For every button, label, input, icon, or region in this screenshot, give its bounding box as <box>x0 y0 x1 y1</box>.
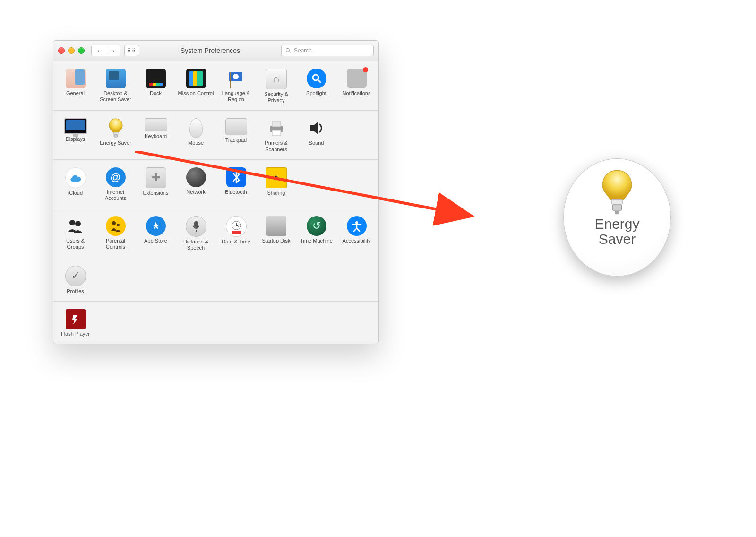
speaker-icon <box>307 118 326 138</box>
time-machine-icon <box>307 216 326 236</box>
pref-label: Sharing <box>267 190 285 196</box>
search-field[interactable]: Search <box>281 45 374 56</box>
pref-item-notifications[interactable]: Notifications <box>336 69 377 104</box>
notifications-icon <box>347 69 367 88</box>
pref-section-2: iCloud@Internet Accounts✚ExtensionsNetwo… <box>53 160 378 208</box>
svg-rect-7 <box>113 132 118 135</box>
back-button[interactable]: ‹ <box>92 45 106 56</box>
checkmark-icon: ✓ <box>65 266 86 286</box>
pref-item-parental-controls[interactable]: Parental Controls <box>95 216 136 251</box>
pref-label: App Store <box>144 238 167 244</box>
pref-item-users-groups[interactable]: Users & Groups <box>55 216 95 251</box>
pref-item-app-store[interactable]: App Store <box>136 216 176 251</box>
pref-label: Desktop & Screen Saver <box>97 90 134 103</box>
show-all-button[interactable]: ⠿⠿ <box>124 45 139 56</box>
pref-section-1: DisplaysEnergy SaverKeyboardMouseTrackpa… <box>53 111 378 159</box>
pref-item-flash-player[interactable]: Flash Player <box>55 309 95 337</box>
cloud-icon <box>65 167 86 188</box>
forward-button[interactable]: › <box>106 45 120 56</box>
pref-label: Energy Saver <box>100 140 131 146</box>
pref-item-language-region[interactable]: Language & Region <box>216 69 256 104</box>
pref-item-internet-accounts[interactable]: @Internet Accounts <box>95 167 136 201</box>
people-icon <box>66 216 86 236</box>
pref-label: Startup Disk <box>262 238 291 244</box>
pref-item-general[interactable]: General <box>55 69 95 104</box>
pref-section-3: Users & GroupsParental ControlsApp Store… <box>53 208 378 302</box>
pref-label: Network <box>186 189 205 195</box>
mouse-icon <box>189 118 203 138</box>
pref-label: Internet Accounts <box>97 189 134 201</box>
globe-icon <box>186 167 206 187</box>
svg-rect-25 <box>615 211 619 214</box>
zoom-window-button[interactable] <box>78 47 85 54</box>
flash-player-icon <box>66 309 86 329</box>
system-preferences-window: ‹ › ⠿⠿ System Preferences Search General… <box>53 40 379 344</box>
pref-label: Language & Region <box>218 90 255 103</box>
pref-row: GeneralDesktop & Screen SaverDockMission… <box>53 61 378 110</box>
pref-item-desktop-screen-saver[interactable]: Desktop & Screen Saver <box>95 69 136 104</box>
pref-item-icloud[interactable]: iCloud <box>55 167 95 201</box>
svg-point-13 <box>75 221 81 226</box>
house-lock-icon: ⌂ <box>266 69 287 89</box>
svg-point-14 <box>112 221 116 225</box>
pref-item-accessibility[interactable]: Accessibility <box>336 216 377 251</box>
svg-line-6 <box>318 79 320 82</box>
dock-icon <box>146 69 166 88</box>
pref-item-network[interactable]: Network <box>176 167 216 201</box>
pref-item-displays[interactable]: Displays <box>55 118 95 152</box>
pref-item-spotlight[interactable]: Spotlight <box>296 69 336 104</box>
pref-item-sharing[interactable]: ◆Sharing <box>256 167 296 201</box>
svg-point-0 <box>286 49 290 52</box>
display-icon <box>64 118 87 134</box>
pref-item-date-time[interactable]: Date & Time <box>216 216 256 251</box>
pref-label: Dictation & Speech <box>178 239 215 251</box>
pref-label: Flash Player <box>61 331 90 337</box>
pref-label: Notifications <box>343 90 371 96</box>
pref-label: Dock <box>150 90 162 96</box>
pref-label: Profiles <box>67 288 84 294</box>
pref-row: ✓Profiles <box>53 258 378 301</box>
svg-rect-23 <box>611 199 623 204</box>
pref-item-energy-saver[interactable]: Energy Saver <box>95 118 136 152</box>
callout-label-line2: Saver <box>599 232 636 247</box>
mission-control-icon <box>186 69 206 88</box>
bluetooth-icon <box>226 167 246 187</box>
pref-item-dictation-speech[interactable]: Dictation & Speech <box>176 216 216 251</box>
pref-row: iCloud@Internet Accounts✚ExtensionsNetwo… <box>53 160 378 208</box>
sharing-sign-icon: ◆ <box>266 167 287 188</box>
trackpad-icon <box>225 118 247 135</box>
lightbulb-icon <box>106 118 126 138</box>
pref-label: Keyboard <box>145 133 167 139</box>
pref-item-keyboard[interactable]: Keyboard <box>136 118 176 152</box>
pref-item-extensions[interactable]: ✚Extensions <box>136 167 176 201</box>
svg-point-12 <box>69 220 75 225</box>
pref-item-time-machine[interactable]: Time Machine <box>296 216 336 251</box>
pref-label: Mouse <box>188 140 204 146</box>
svg-rect-8 <box>114 135 118 137</box>
pref-item-mission-control[interactable]: Mission Control <box>176 69 216 104</box>
pref-label: Time Machine <box>300 238 333 244</box>
pref-label: Sound <box>309 140 324 146</box>
close-window-button[interactable] <box>58 47 65 54</box>
desktop-screensaver-icon <box>106 69 126 88</box>
minimize-window-button[interactable] <box>68 47 75 54</box>
pref-item-security-privacy[interactable]: ⌂Security & Privacy <box>256 69 296 104</box>
search-placeholder: Search <box>294 47 312 54</box>
pref-item-printers-scanners[interactable]: Printers & Scanners <box>256 118 296 152</box>
clock-calendar-icon <box>226 216 247 237</box>
pref-item-mouse[interactable]: Mouse <box>176 118 216 152</box>
pref-label: Extensions <box>143 190 169 196</box>
pref-item-profiles[interactable]: ✓Profiles <box>55 266 95 294</box>
pref-item-startup-disk[interactable]: Startup Disk <box>256 216 296 251</box>
flag-icon <box>226 69 246 88</box>
grid-icon: ⠿⠿ <box>127 50 137 52</box>
callout-label-line1: Energy <box>594 217 639 232</box>
pref-item-trackpad[interactable]: Trackpad <box>216 118 256 152</box>
svg-point-15 <box>117 224 120 226</box>
pref-item-sound[interactable]: Sound <box>296 118 336 152</box>
at-sign-icon: @ <box>106 167 126 187</box>
pref-item-bluetooth[interactable]: Bluetooth <box>216 167 256 201</box>
pref-label: Printers & Scanners <box>258 140 295 152</box>
pref-item-dock[interactable]: Dock <box>136 69 176 104</box>
svg-rect-16 <box>194 221 198 228</box>
